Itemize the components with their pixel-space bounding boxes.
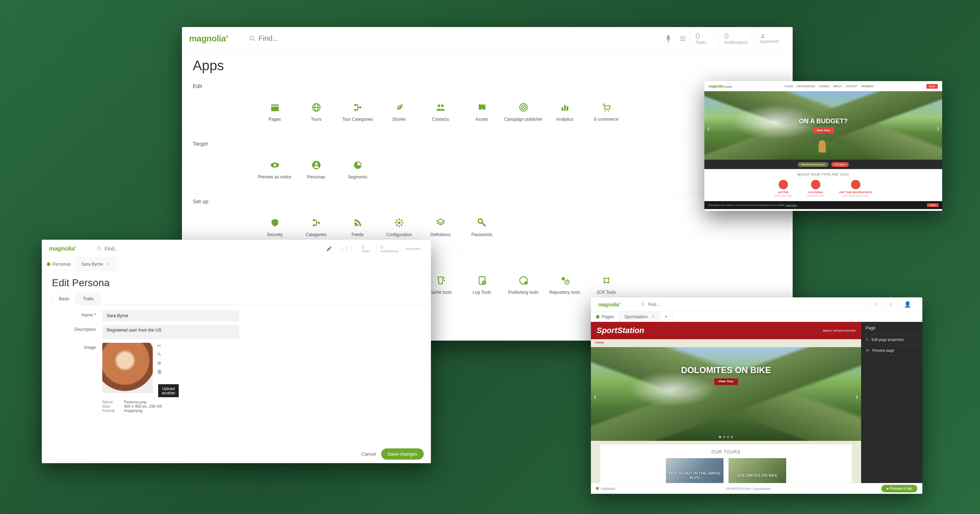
prev-arrow[interactable]: ‹	[707, 124, 710, 134]
svg-point-56	[603, 282, 605, 283]
tour-type-off-the-beaten-path[interactable]: OFF THE BEATEN PATHLorem ipsum dolor sit…	[839, 180, 872, 197]
tile-repository-tools[interactable]: Repository tools	[544, 267, 585, 302]
svg-point-68	[98, 247, 100, 250]
tile-label: Preview as visitor	[258, 175, 291, 180]
nav-members[interactable]: MEMBERS	[861, 85, 874, 88]
user-menu[interactable]: superuser	[402, 246, 424, 251]
svg-point-19	[354, 109, 356, 111]
tile-publishing-tools[interactable]: Publishing tools	[503, 267, 544, 302]
notifications-indicator[interactable]: 0Notifications	[377, 243, 402, 254]
mic-icon[interactable]	[661, 35, 676, 42]
tile-e-commerce[interactable]: E-commerce	[585, 94, 627, 129]
tasks-count: 0	[695, 32, 700, 40]
tile-campaign-publisher[interactable]: Campaign publisher	[503, 94, 544, 129]
tile-assets[interactable]: Assets	[461, 94, 503, 129]
svg-point-6	[681, 38, 682, 39]
subtab-traits[interactable]: Traits	[76, 293, 100, 304]
search-input[interactable]	[105, 246, 148, 251]
preview-in-tab-button[interactable]: ● Preview in tab	[881, 485, 917, 492]
tile-label: Tour Categories	[342, 117, 373, 122]
tab-sportstation[interactable]: Sportstation×	[619, 312, 660, 321]
tour-card[interactable]: HUT TO HUT IN THE SWISS ALPS	[666, 458, 724, 483]
nav-about[interactable]: ABOUT	[834, 85, 842, 88]
learn-more-link[interactable]: Learn more	[786, 204, 797, 206]
edit-icon[interactable]: ✎	[157, 352, 162, 357]
about-link[interactable]: ABOUT SPORTSTATION	[822, 329, 855, 333]
subtab-basic[interactable]: Basic	[52, 293, 76, 305]
tile-contacts[interactable]: Contacts	[420, 94, 461, 129]
carousel-dots[interactable]	[719, 436, 733, 438]
delete-icon[interactable]: 🗑	[157, 369, 162, 374]
nav-contact[interactable]: CONTACT	[846, 85, 858, 88]
cookie-bar: This website uses cookies to ensure you …	[705, 201, 942, 209]
grid-icon[interactable]: ⋮⋮⋮	[336, 246, 358, 251]
tile-segments[interactable]: Segments	[337, 152, 378, 187]
tree-icon	[310, 217, 322, 229]
search-wrap	[641, 302, 865, 307]
crop-icon[interactable]: ✂	[157, 343, 162, 349]
svg-point-34	[315, 162, 317, 165]
desc-input[interactable]: Registered user from the US	[102, 325, 239, 339]
tile-log-tools[interactable]: Log Tools	[461, 267, 503, 302]
shield-icon	[269, 217, 281, 229]
tile-passwords[interactable]: Passwords	[461, 209, 503, 245]
add-tab[interactable]: +	[660, 312, 673, 321]
close-icon[interactable]: ×	[652, 314, 654, 319]
save-changes-button[interactable]: Save changes	[381, 449, 424, 460]
nav-stories[interactable]: STORIES	[819, 85, 830, 88]
tasks-indicator[interactable]: 0	[872, 302, 886, 307]
search-input[interactable]	[258, 34, 337, 43]
tile-label: Log Tools	[473, 290, 491, 295]
search-input[interactable]	[648, 302, 684, 307]
book-button[interactable]: Book	[926, 84, 938, 89]
notifications-indicator[interactable]: 0	[886, 302, 901, 307]
side-edit-properties[interactable]: ✎Edit page properties	[861, 334, 922, 345]
tile-stories[interactable]: Stories	[378, 94, 420, 129]
tab-personas[interactable]: Personas	[42, 258, 76, 271]
tile-tour-categories[interactable]: Tour Categories	[337, 94, 378, 129]
tour-type-active[interactable]: ACTIVELorem ipsum dolor	[775, 180, 793, 197]
pubt-icon	[518, 275, 529, 286]
tour-card[interactable]: DOLOMITES ON BIKE	[729, 458, 786, 483]
name-input[interactable]	[102, 310, 239, 321]
pill-recommended[interactable]: Recommended tours	[798, 162, 828, 167]
breadcrumb-home[interactable]: Home	[591, 339, 861, 347]
tour-type-cultural[interactable]: CULTURALLorem ipsum dolor	[807, 180, 825, 197]
tile-analytics[interactable]: Analytics	[544, 94, 585, 129]
svg-point-52	[562, 277, 565, 280]
svg-point-8	[684, 38, 685, 39]
def-icon	[435, 217, 446, 229]
view-tour-button[interactable]: View Tour	[813, 127, 834, 134]
mic-icon[interactable]: 🎤	[322, 246, 336, 251]
tile-preview-as-visitor[interactable]: Preview as visitor	[254, 152, 296, 187]
tile-personas[interactable]: Personas	[296, 152, 337, 187]
persona-icon	[310, 159, 322, 171]
tab-sara-byrne[interactable]: Sara Byrne×	[76, 258, 115, 271]
cancel-button[interactable]: Cancel	[361, 451, 376, 457]
nav-destinations[interactable]: DESTINATIONS	[797, 85, 815, 88]
persona-image	[102, 343, 153, 393]
tile-pages[interactable]: Pages	[254, 94, 296, 129]
prev-arrow[interactable]: ‹	[594, 392, 596, 401]
zoom-icon[interactable]: ⊕	[157, 360, 162, 366]
tab-pages[interactable]: Pages	[591, 312, 619, 321]
close-icon[interactable]: ×	[107, 262, 110, 267]
tasks-indicator[interactable]: 0Tasks	[358, 243, 377, 254]
svg-point-11	[684, 40, 685, 41]
nav-tours[interactable]: TOURS	[784, 85, 793, 88]
tile-tours[interactable]: Tours	[296, 94, 337, 129]
user-menu[interactable]: 👤	[901, 300, 915, 309]
next-arrow[interactable]: ›	[937, 124, 939, 134]
got-it-button[interactable]: Got it!	[927, 203, 939, 207]
svg-line-69	[100, 249, 101, 250]
side-preview-page[interactable]: 👁Preview page	[861, 345, 922, 356]
notifications-indicator[interactable]: 0 Notifications ⌄	[719, 30, 754, 47]
grid-icon[interactable]	[676, 36, 690, 41]
view-tour-button[interactable]: View Tour	[714, 379, 738, 385]
user-menu[interactable]: superuser ⌄	[754, 31, 786, 46]
next-arrow[interactable]: ›	[856, 392, 858, 401]
pill-team[interactable]: Our team	[831, 162, 849, 167]
upload-another-button[interactable]: Upload another	[158, 384, 179, 397]
tasks-indicator[interactable]: 0 Tasks ⌄	[690, 30, 719, 47]
svg-point-57	[608, 282, 609, 283]
